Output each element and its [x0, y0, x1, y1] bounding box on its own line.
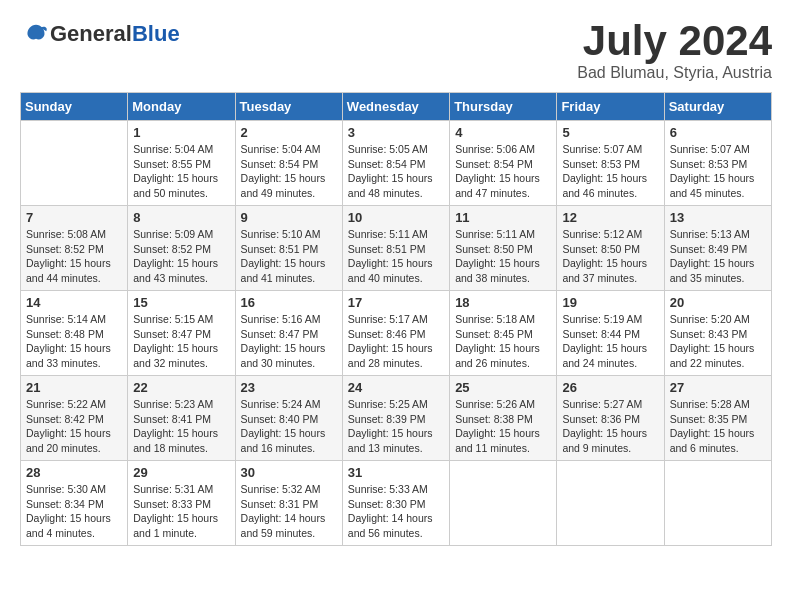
- calendar-cell: 29Sunrise: 5:31 AM Sunset: 8:33 PM Dayli…: [128, 461, 235, 546]
- calendar-cell: [557, 461, 664, 546]
- calendar-cell: 4Sunrise: 5:06 AM Sunset: 8:54 PM Daylig…: [450, 121, 557, 206]
- day-number: 24: [348, 380, 444, 395]
- calendar-header-sunday: Sunday: [21, 93, 128, 121]
- calendar-cell: 1Sunrise: 5:04 AM Sunset: 8:55 PM Daylig…: [128, 121, 235, 206]
- calendar-cell: 10Sunrise: 5:11 AM Sunset: 8:51 PM Dayli…: [342, 206, 449, 291]
- day-number: 8: [133, 210, 229, 225]
- calendar-cell: 6Sunrise: 5:07 AM Sunset: 8:53 PM Daylig…: [664, 121, 771, 206]
- calendar-header-wednesday: Wednesday: [342, 93, 449, 121]
- calendar-cell: 18Sunrise: 5:18 AM Sunset: 8:45 PM Dayli…: [450, 291, 557, 376]
- day-info: Sunrise: 5:25 AM Sunset: 8:39 PM Dayligh…: [348, 397, 444, 456]
- day-number: 11: [455, 210, 551, 225]
- logo-blue-text: Blue: [132, 21, 180, 46]
- calendar-cell: 5Sunrise: 5:07 AM Sunset: 8:53 PM Daylig…: [557, 121, 664, 206]
- calendar-cell: 20Sunrise: 5:20 AM Sunset: 8:43 PM Dayli…: [664, 291, 771, 376]
- day-info: Sunrise: 5:13 AM Sunset: 8:49 PM Dayligh…: [670, 227, 766, 286]
- day-info: Sunrise: 5:27 AM Sunset: 8:36 PM Dayligh…: [562, 397, 658, 456]
- calendar-header-thursday: Thursday: [450, 93, 557, 121]
- day-info: Sunrise: 5:11 AM Sunset: 8:51 PM Dayligh…: [348, 227, 444, 286]
- title-block: July 2024 Bad Blumau, Styria, Austria: [577, 20, 772, 82]
- day-info: Sunrise: 5:14 AM Sunset: 8:48 PM Dayligh…: [26, 312, 122, 371]
- calendar-cell: 13Sunrise: 5:13 AM Sunset: 8:49 PM Dayli…: [664, 206, 771, 291]
- day-number: 25: [455, 380, 551, 395]
- day-number: 14: [26, 295, 122, 310]
- day-info: Sunrise: 5:05 AM Sunset: 8:54 PM Dayligh…: [348, 142, 444, 201]
- calendar-cell: 22Sunrise: 5:23 AM Sunset: 8:41 PM Dayli…: [128, 376, 235, 461]
- calendar-header-tuesday: Tuesday: [235, 93, 342, 121]
- calendar-cell: 9Sunrise: 5:10 AM Sunset: 8:51 PM Daylig…: [235, 206, 342, 291]
- calendar-cell: 16Sunrise: 5:16 AM Sunset: 8:47 PM Dayli…: [235, 291, 342, 376]
- day-number: 1: [133, 125, 229, 140]
- calendar-table: SundayMondayTuesdayWednesdayThursdayFrid…: [20, 92, 772, 546]
- calendar-cell: 12Sunrise: 5:12 AM Sunset: 8:50 PM Dayli…: [557, 206, 664, 291]
- day-number: 30: [241, 465, 337, 480]
- calendar-week-row: 21Sunrise: 5:22 AM Sunset: 8:42 PM Dayli…: [21, 376, 772, 461]
- day-number: 26: [562, 380, 658, 395]
- calendar-cell: 2Sunrise: 5:04 AM Sunset: 8:54 PM Daylig…: [235, 121, 342, 206]
- calendar-week-row: 28Sunrise: 5:30 AM Sunset: 8:34 PM Dayli…: [21, 461, 772, 546]
- day-info: Sunrise: 5:30 AM Sunset: 8:34 PM Dayligh…: [26, 482, 122, 541]
- calendar-week-row: 1Sunrise: 5:04 AM Sunset: 8:55 PM Daylig…: [21, 121, 772, 206]
- day-info: Sunrise: 5:12 AM Sunset: 8:50 PM Dayligh…: [562, 227, 658, 286]
- day-info: Sunrise: 5:24 AM Sunset: 8:40 PM Dayligh…: [241, 397, 337, 456]
- logo-bird-icon: [22, 20, 50, 48]
- day-number: 15: [133, 295, 229, 310]
- calendar-cell: 3Sunrise: 5:05 AM Sunset: 8:54 PM Daylig…: [342, 121, 449, 206]
- day-number: 10: [348, 210, 444, 225]
- day-number: 16: [241, 295, 337, 310]
- day-number: 7: [26, 210, 122, 225]
- calendar-cell: 8Sunrise: 5:09 AM Sunset: 8:52 PM Daylig…: [128, 206, 235, 291]
- calendar-week-row: 7Sunrise: 5:08 AM Sunset: 8:52 PM Daylig…: [21, 206, 772, 291]
- calendar-cell: 14Sunrise: 5:14 AM Sunset: 8:48 PM Dayli…: [21, 291, 128, 376]
- day-number: 29: [133, 465, 229, 480]
- day-info: Sunrise: 5:33 AM Sunset: 8:30 PM Dayligh…: [348, 482, 444, 541]
- day-number: 27: [670, 380, 766, 395]
- calendar-body: 1Sunrise: 5:04 AM Sunset: 8:55 PM Daylig…: [21, 121, 772, 546]
- logo: GeneralBlue: [20, 20, 180, 48]
- calendar-cell: [21, 121, 128, 206]
- day-number: 18: [455, 295, 551, 310]
- day-info: Sunrise: 5:23 AM Sunset: 8:41 PM Dayligh…: [133, 397, 229, 456]
- day-info: Sunrise: 5:20 AM Sunset: 8:43 PM Dayligh…: [670, 312, 766, 371]
- calendar-cell: 28Sunrise: 5:30 AM Sunset: 8:34 PM Dayli…: [21, 461, 128, 546]
- day-info: Sunrise: 5:26 AM Sunset: 8:38 PM Dayligh…: [455, 397, 551, 456]
- day-number: 9: [241, 210, 337, 225]
- day-number: 4: [455, 125, 551, 140]
- day-number: 28: [26, 465, 122, 480]
- day-info: Sunrise: 5:19 AM Sunset: 8:44 PM Dayligh…: [562, 312, 658, 371]
- calendar-cell: 17Sunrise: 5:17 AM Sunset: 8:46 PM Dayli…: [342, 291, 449, 376]
- day-info: Sunrise: 5:07 AM Sunset: 8:53 PM Dayligh…: [562, 142, 658, 201]
- calendar-cell: 23Sunrise: 5:24 AM Sunset: 8:40 PM Dayli…: [235, 376, 342, 461]
- day-number: 21: [26, 380, 122, 395]
- calendar-header-monday: Monday: [128, 93, 235, 121]
- day-number: 20: [670, 295, 766, 310]
- day-number: 19: [562, 295, 658, 310]
- day-number: 31: [348, 465, 444, 480]
- day-number: 13: [670, 210, 766, 225]
- calendar-cell: 25Sunrise: 5:26 AM Sunset: 8:38 PM Dayli…: [450, 376, 557, 461]
- calendar-week-row: 14Sunrise: 5:14 AM Sunset: 8:48 PM Dayli…: [21, 291, 772, 376]
- day-number: 22: [133, 380, 229, 395]
- day-number: 23: [241, 380, 337, 395]
- month-title: July 2024: [577, 20, 772, 62]
- day-info: Sunrise: 5:15 AM Sunset: 8:47 PM Dayligh…: [133, 312, 229, 371]
- day-info: Sunrise: 5:16 AM Sunset: 8:47 PM Dayligh…: [241, 312, 337, 371]
- day-info: Sunrise: 5:18 AM Sunset: 8:45 PM Dayligh…: [455, 312, 551, 371]
- day-number: 6: [670, 125, 766, 140]
- day-info: Sunrise: 5:09 AM Sunset: 8:52 PM Dayligh…: [133, 227, 229, 286]
- day-info: Sunrise: 5:04 AM Sunset: 8:54 PM Dayligh…: [241, 142, 337, 201]
- day-info: Sunrise: 5:28 AM Sunset: 8:35 PM Dayligh…: [670, 397, 766, 456]
- calendar-cell: 26Sunrise: 5:27 AM Sunset: 8:36 PM Dayli…: [557, 376, 664, 461]
- location-text: Bad Blumau, Styria, Austria: [577, 64, 772, 82]
- calendar-header-saturday: Saturday: [664, 93, 771, 121]
- day-info: Sunrise: 5:10 AM Sunset: 8:51 PM Dayligh…: [241, 227, 337, 286]
- day-info: Sunrise: 5:08 AM Sunset: 8:52 PM Dayligh…: [26, 227, 122, 286]
- day-info: Sunrise: 5:17 AM Sunset: 8:46 PM Dayligh…: [348, 312, 444, 371]
- calendar-cell: 11Sunrise: 5:11 AM Sunset: 8:50 PM Dayli…: [450, 206, 557, 291]
- calendar-cell: 31Sunrise: 5:33 AM Sunset: 8:30 PM Dayli…: [342, 461, 449, 546]
- calendar-cell: [664, 461, 771, 546]
- day-info: Sunrise: 5:31 AM Sunset: 8:33 PM Dayligh…: [133, 482, 229, 541]
- calendar-cell: 21Sunrise: 5:22 AM Sunset: 8:42 PM Dayli…: [21, 376, 128, 461]
- calendar-header-friday: Friday: [557, 93, 664, 121]
- day-info: Sunrise: 5:22 AM Sunset: 8:42 PM Dayligh…: [26, 397, 122, 456]
